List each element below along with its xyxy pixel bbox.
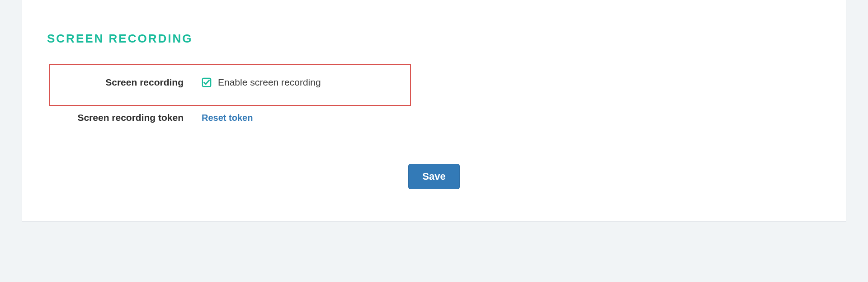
form-area: Screen recording Enable screen recording…: [22, 64, 846, 189]
save-row: Save: [49, 164, 819, 189]
checkbox-checked-icon: [202, 77, 212, 87]
screen-recording-label: Screen recording: [50, 77, 202, 88]
section-divider: [22, 55, 846, 55]
screen-recording-row: Screen recording Enable screen recording: [49, 64, 411, 106]
enable-screen-recording-control[interactable]: Enable screen recording: [202, 77, 321, 88]
reset-token-link[interactable]: Reset token: [202, 113, 253, 123]
save-button[interactable]: Save: [408, 164, 459, 189]
section-title: SCREEN RECORDING: [22, 0, 846, 55]
screen-recording-token-row: Screen recording token Reset token: [49, 106, 411, 123]
settings-panel: SCREEN RECORDING Screen recording Enable…: [22, 0, 846, 222]
screen-recording-token-label: Screen recording token: [49, 112, 202, 123]
enable-screen-recording-label: Enable screen recording: [218, 77, 321, 88]
